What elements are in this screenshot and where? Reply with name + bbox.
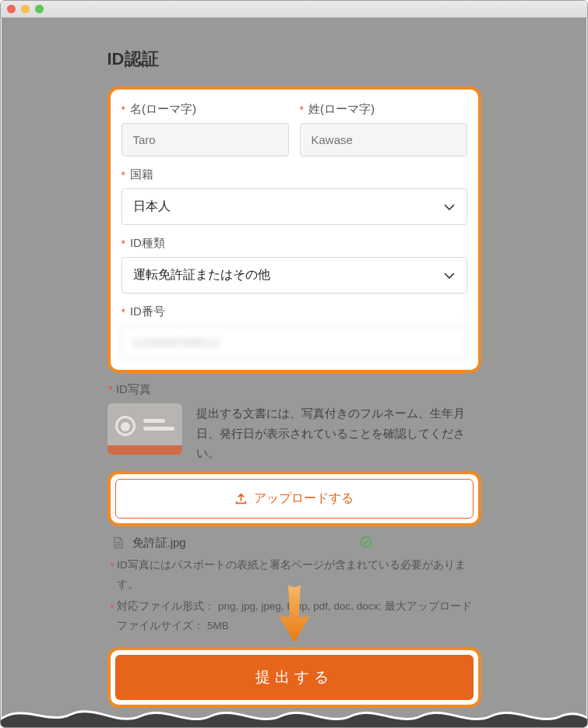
note-file-formats: *対応ファイル形式： png, jpg, jpeg, bmp, pdf, doc… — [111, 596, 481, 636]
submit-button[interactable]: 提出する — [115, 655, 474, 700]
chevron-down-icon — [443, 201, 456, 213]
id-number-label: *ID番号 — [121, 304, 467, 319]
upload-button-callout: アップロードする — [107, 471, 481, 526]
nationality-label: *国籍 — [121, 167, 467, 182]
id-type-select[interactable]: 運転免許証またはその他 — [121, 257, 467, 294]
first-name-input[interactable] — [121, 123, 289, 157]
nationality-value: 日本人 — [133, 199, 171, 215]
window-titlebar — [1, 1, 587, 18]
submit-button-callout: 提出する — [107, 647, 481, 708]
id-card-illustration-icon — [107, 403, 182, 455]
document-icon — [112, 536, 125, 549]
chevron-down-icon — [443, 269, 456, 282]
id-type-value: 運転免許証またはその他 — [133, 267, 270, 283]
id-type-label: *ID種類 — [121, 236, 467, 251]
last-name-input[interactable] — [300, 123, 467, 157]
uploaded-file-name: 免許証.jpg — [132, 536, 186, 550]
nationality-select[interactable]: 日本人 — [121, 188, 467, 225]
form-fields-callout: *名(ローマ字) *姓(ローマ字) *国籍 日本人 — [107, 86, 481, 373]
upload-success-icon — [360, 536, 372, 550]
window-zoom-icon[interactable] — [35, 5, 44, 13]
id-number-input[interactable]: 123456789012 — [121, 325, 467, 359]
uploaded-file-row: 免許証.jpg — [112, 536, 481, 550]
svg-point-0 — [361, 536, 371, 547]
page-title: ID認証 — [107, 47, 481, 71]
window-minimize-icon[interactable] — [21, 5, 30, 13]
upload-icon — [234, 492, 248, 505]
window-close-icon[interactable] — [7, 5, 16, 13]
id-photo-label: *ID写真 — [109, 382, 481, 397]
id-photo-description: 提出する文書には、写真付きのフルネーム、生年月日、発行日が表示されていることを確… — [196, 403, 481, 463]
note-passport: *ID写真にはパスポートの表紙と署名ページが含まれている必要があります。 — [111, 555, 481, 595]
upload-button[interactable]: アップロードする — [115, 479, 474, 519]
first-name-label: *名(ローマ字) — [121, 102, 289, 117]
last-name-label: *姓(ローマ字) — [300, 102, 467, 117]
